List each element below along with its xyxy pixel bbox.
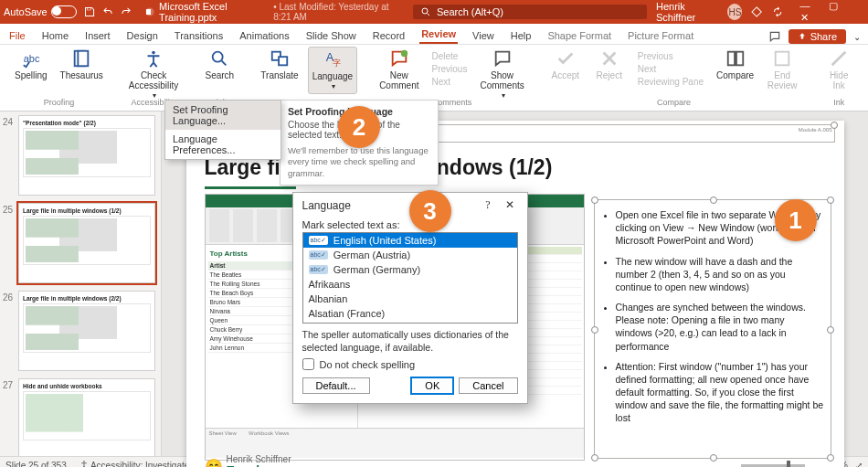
toggle-switch-icon	[51, 5, 77, 18]
search-icon	[420, 6, 431, 17]
tab-picture-format[interactable]: Picture Format	[626, 27, 695, 44]
undo-icon[interactable]	[102, 5, 113, 18]
group-ink: Hide Ink Ink	[814, 47, 863, 109]
no-spellcheck-checkbox[interactable]: Do not check spelling	[302, 358, 518, 370]
show-comments-icon	[492, 48, 513, 69]
accessibility-status[interactable]: Accessibility: Investigate	[79, 460, 190, 467]
tab-help[interactable]: Help	[509, 27, 534, 44]
lang-option-2[interactable]: abc✓German (Germany)	[303, 262, 517, 277]
set-proofing-language-item[interactable]: Set Proofing Language...	[165, 101, 281, 130]
smart-lookup-button[interactable]: Search	[200, 47, 238, 82]
slide-id-label: Module A.005	[799, 127, 832, 133]
slide-counter[interactable]: Slide 25 of 353	[5, 461, 67, 468]
translate-button[interactable]: Translate	[257, 47, 302, 82]
redo-icon[interactable]	[121, 5, 132, 18]
lang-option-1[interactable]: abc✓German (Austria)	[303, 248, 517, 262]
svg-point-8	[213, 52, 223, 62]
spelling-button[interactable]: abc Spelling	[11, 47, 51, 82]
no-spellcheck-input[interactable]	[302, 358, 314, 370]
lang-option-5[interactable]: Alsatian (France)	[303, 306, 517, 321]
search-icon	[209, 48, 229, 69]
thumb-25[interactable]: 25 Large file in multiple windows (1/2)	[0, 203, 155, 283]
svg-rect-6	[79, 51, 89, 67]
tab-file[interactable]: File	[7, 27, 27, 44]
hide-ink-button: Hide Ink	[820, 47, 858, 92]
check-accessibility-button[interactable]: Check Accessibility▾	[125, 47, 182, 102]
bullet-text[interactable]: Open one Excel file in two separate Wind…	[603, 208, 824, 432]
autosave-toggle[interactable]: AutoSave	[4, 5, 77, 18]
accessibility-icon	[79, 460, 89, 467]
svg-rect-16	[776, 52, 789, 66]
compare-previous: Previous	[634, 50, 707, 62]
group-label: Ink	[833, 98, 844, 109]
comments-icon[interactable]	[768, 30, 781, 43]
reject-icon	[599, 48, 619, 69]
share-button[interactable]: Share	[789, 29, 846, 44]
thumb-26[interactable]: 26 Large file in multiple windows (2/2)	[0, 291, 155, 371]
tab-animations[interactable]: Animations	[238, 27, 291, 44]
show-comments-button[interactable]: Show Comments▾	[476, 47, 527, 102]
accept-icon	[556, 48, 576, 69]
svg-point-13	[401, 50, 408, 57]
language-listbox[interactable]: abc✓English (United States) abc✓German (…	[302, 232, 518, 324]
svg-point-7	[152, 51, 155, 55]
thesaurus-button[interactable]: Thesaurus	[57, 47, 107, 82]
zoom-slider[interactable]	[741, 464, 805, 467]
thesaurus-icon	[71, 48, 91, 69]
tab-insert[interactable]: Insert	[83, 27, 112, 44]
search-placeholder: Search (Alt+Q)	[437, 6, 503, 17]
end-review-button: End Review	[763, 47, 801, 92]
dialog-help-button[interactable]: ?	[478, 196, 497, 214]
new-comment-button[interactable]: New Comment	[376, 47, 422, 92]
bullet-4: Attention: First window ("number 1") has…	[616, 360, 824, 425]
accept-button: Accept	[546, 47, 585, 82]
tab-design[interactable]: Design	[125, 27, 160, 44]
tab-slideshow[interactable]: Slide Show	[304, 27, 358, 44]
diamond-icon[interactable]	[751, 5, 762, 18]
lang-option-3[interactable]: Afrikaans	[303, 277, 517, 292]
reject-button: Reject	[590, 47, 629, 82]
sync-icon[interactable]	[772, 5, 783, 18]
tab-review[interactable]: Review	[419, 26, 458, 44]
tab-shape-format[interactable]: Shape Format	[545, 27, 613, 44]
cancel-button[interactable]: Cancel	[459, 377, 517, 394]
title-bar: AutoSave Microsoft Excel Training.pptx •…	[0, 0, 868, 24]
share-label: Share	[810, 31, 837, 42]
thumb-24[interactable]: 24 "Presentation mode" (2/2)	[0, 115, 155, 196]
bullet-3: Changes are synched between the windows.…	[616, 301, 824, 353]
save-icon[interactable]	[84, 5, 95, 18]
thumbnail-pane[interactable]: 24 "Presentation mode" (2/2) 25 Large fi…	[0, 111, 162, 456]
dialog-close-button[interactable]: ✕	[498, 196, 522, 214]
svg-text:abc: abc	[24, 53, 40, 64]
search-box[interactable]: Search (Alt+Q)	[413, 5, 647, 19]
lang-option-0[interactable]: abc✓English (United States)	[303, 233, 517, 248]
compare-button[interactable]: Compare	[713, 47, 757, 82]
logo-main: Excel	[227, 463, 260, 467]
tab-transitions[interactable]: Transitions	[173, 27, 225, 44]
last-modified: • Last Modified: Yesterday at 8:21 AM	[273, 2, 404, 22]
compare-next: Next	[634, 63, 707, 75]
default-button[interactable]: Default...	[302, 377, 370, 394]
spelling-icon: abc	[21, 48, 41, 69]
fit-to-window-button[interactable]: ⤢	[855, 461, 863, 468]
minimize-button[interactable]: —	[792, 0, 818, 11]
end-review-icon	[772, 48, 792, 69]
user-name[interactable]: Henrik Schiffner	[656, 1, 719, 23]
tab-record[interactable]: Record	[371, 27, 407, 44]
tab-view[interactable]: View	[471, 27, 496, 44]
tab-home[interactable]: Home	[40, 27, 70, 44]
document-title[interactable]: Microsoft Excel Training.pptx • Last Mod…	[144, 1, 404, 23]
ribbon-collapse-icon[interactable]: ⌄	[853, 32, 861, 42]
language-preferences-item[interactable]: Language Preferences...	[165, 130, 281, 159]
avatar[interactable]: HS	[727, 4, 742, 20]
slide-canvas[interactable]: Module A.005 Large file in multiple wind…	[162, 111, 868, 456]
dialog-title: Language	[302, 199, 351, 212]
share-icon	[798, 32, 807, 41]
thumb-27[interactable]: 27 Hide and unhide workbooks	[0, 378, 155, 456]
compare-icon	[725, 48, 746, 69]
close-button[interactable]: ✕	[792, 12, 818, 24]
maximize-button[interactable]: ▢	[820, 0, 846, 12]
lang-option-4[interactable]: Albanian	[303, 292, 517, 306]
ok-button[interactable]: OK	[411, 377, 453, 394]
language-button[interactable]: A字 Language▾	[308, 47, 358, 94]
